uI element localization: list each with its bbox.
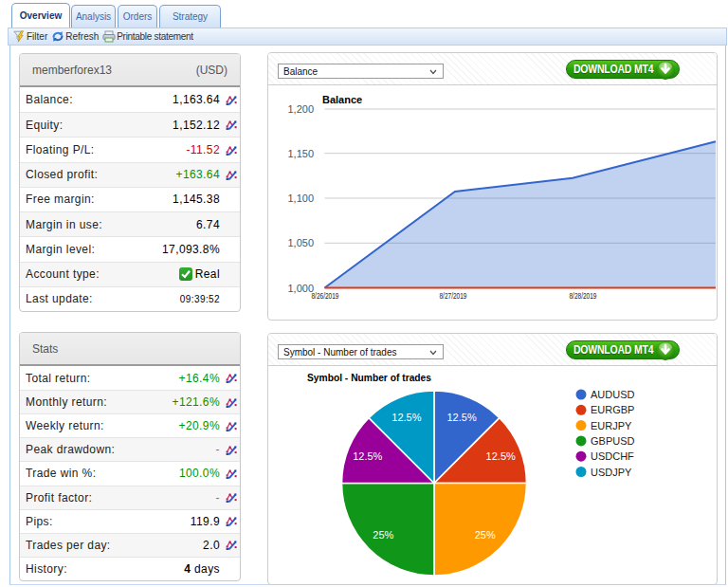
- svg-text:1,200: 1,200: [287, 103, 314, 115]
- svg-text:1,150: 1,150: [287, 148, 314, 159]
- svg-text:AUDUSD: AUDUSD: [591, 389, 635, 400]
- svg-text:1,100: 1,100: [287, 193, 314, 204]
- svg-text:1,000: 1,000: [287, 283, 314, 294]
- svg-text:EURJPY: EURJPY: [591, 420, 632, 431]
- svg-text:EURGBP: EURGBP: [591, 404, 634, 415]
- svg-text:25%: 25%: [475, 529, 496, 541]
- svg-text:25%: 25%: [373, 529, 393, 541]
- svg-text:12.5%: 12.5%: [486, 450, 516, 462]
- svg-text:1,050: 1,050: [287, 237, 314, 248]
- svg-text:12.5%: 12.5%: [446, 412, 476, 423]
- svg-text:Symbol - Number of trades: Symbol - Number of trades: [307, 372, 431, 383]
- svg-text:8/28/2019: 8/28/2019: [570, 291, 597, 301]
- svg-text:GBPUSD: GBPUSD: [591, 435, 635, 447]
- svg-text:8/27/2019: 8/27/2019: [440, 291, 467, 301]
- svg-text:8/26/2019: 8/26/2019: [312, 291, 339, 301]
- svg-text:USDCHF: USDCHF: [591, 450, 634, 462]
- svg-text:Balance: Balance: [322, 94, 362, 105]
- svg-text:USDJPY: USDJPY: [591, 467, 632, 478]
- svg-text:12.5%: 12.5%: [353, 450, 382, 462]
- svg-text:12.5%: 12.5%: [391, 412, 421, 423]
